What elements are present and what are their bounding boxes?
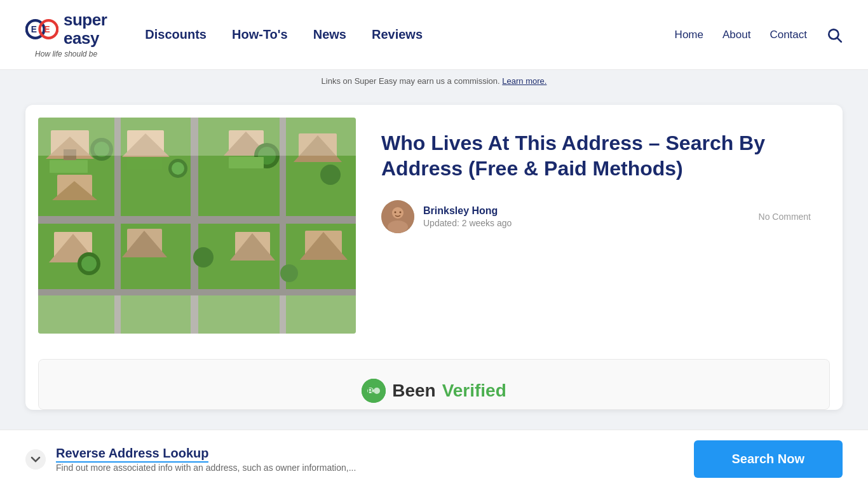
bv-text-verified: Verified — [442, 381, 506, 401]
author-left: Brinksley Hong Updated: 2 weeks ago — [381, 200, 512, 233]
commission-bar: Links on Super Easy may earn us a commis… — [0, 70, 868, 92]
been-verified-section: B BeenVerified — [38, 359, 830, 410]
article-header: Who Lives At This Address – Search By Ad… — [25, 105, 843, 346]
svg-point-50 — [388, 220, 408, 233]
svg-text:E: E — [44, 24, 50, 34]
article-title: Who Lives At This Address – Search By Ad… — [381, 130, 811, 181]
svg-rect-47 — [38, 118, 356, 334]
nav-about[interactable]: About — [722, 29, 750, 41]
search-icon-button[interactable] — [826, 27, 843, 43]
author-avatar — [381, 200, 414, 233]
author-name: Brinksley Hong — [423, 205, 512, 217]
svg-text:B: B — [367, 386, 373, 396]
no-comment: No Comment — [759, 212, 811, 222]
bv-text-been: Been — [392, 381, 435, 401]
svg-point-49 — [392, 207, 403, 219]
nav-home[interactable]: Home — [675, 29, 703, 41]
aerial-image-svg — [38, 118, 356, 334]
nav-reviews[interactable]: Reviews — [372, 27, 423, 42]
right-nav: Home About Contact — [675, 27, 843, 43]
nav-contact[interactable]: Contact — [770, 29, 807, 41]
logo-tagline: How life should be — [35, 50, 97, 58]
logo-brand-super: super — [64, 11, 107, 29]
svg-point-55 — [374, 388, 380, 394]
svg-line-5 — [837, 37, 841, 41]
bv-icon: B — [362, 379, 386, 403]
svg-point-52 — [400, 212, 402, 214]
logo-area[interactable]: E E super easy How life should be — [25, 11, 107, 58]
main-nav: Discounts How-To's News Reviews — [145, 27, 674, 42]
logo-brand-easy: easy — [64, 29, 107, 48]
svg-text:E: E — [31, 24, 37, 34]
article-content: Who Lives At This Address – Search By Ad… — [356, 105, 843, 252]
author-area: Brinksley Hong Updated: 2 weeks ago No C… — [381, 200, 811, 233]
bv-logo: B BeenVerified — [362, 379, 506, 403]
nav-discounts[interactable]: Discounts — [145, 27, 207, 42]
article-image — [38, 118, 356, 334]
nav-news[interactable]: News — [313, 27, 346, 42]
site-header: E E super easy How life should be Discou… — [0, 0, 868, 70]
svg-point-51 — [395, 212, 397, 214]
search-icon — [826, 27, 843, 43]
nav-howtos[interactable]: How-To's — [232, 27, 288, 42]
logo-text: super easy — [64, 11, 107, 47]
main-card: Who Lives At This Address – Search By Ad… — [25, 105, 843, 410]
learn-more-link[interactable]: Learn more. — [502, 76, 546, 86]
author-info: Brinksley Hong Updated: 2 weeks ago — [423, 205, 512, 228]
author-updated: Updated: 2 weeks ago — [423, 218, 512, 228]
logo-icon: E E — [25, 13, 58, 46]
logo-graphic: E E super easy — [25, 11, 107, 47]
